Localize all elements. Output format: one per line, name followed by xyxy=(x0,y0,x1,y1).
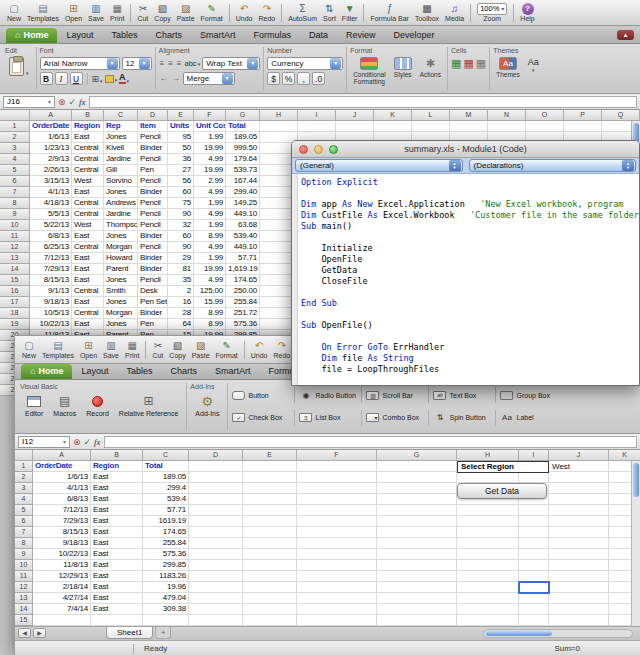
cell-a1[interactable]: OrderDate xyxy=(30,121,72,132)
cell-g5[interactable] xyxy=(377,505,457,516)
cell-j1[interactable] xyxy=(336,121,374,132)
cell-b9[interactable]: Central xyxy=(72,209,104,220)
form-control-label[interactable]: AaLabel xyxy=(496,413,562,422)
paste-button[interactable]: ▾ xyxy=(9,57,29,76)
decrease-indent-icon[interactable]: ← xyxy=(159,74,169,83)
tab-data[interactable]: Data xyxy=(300,28,337,43)
cell-g7[interactable] xyxy=(377,527,457,538)
actions-button[interactable]: ✱ Actions xyxy=(420,57,441,78)
ribbon-collapse-button[interactable]: ▴ xyxy=(617,30,634,40)
cell-a4[interactable]: 6/8/13 xyxy=(33,494,91,505)
tab-tables[interactable]: Tables xyxy=(102,28,146,43)
cell-e3[interactable]: 50 xyxy=(168,143,194,154)
cell-e18[interactable]: 28 xyxy=(168,308,194,319)
cell-c16[interactable]: Smith xyxy=(104,286,138,297)
cell-g2[interactable]: 189.05 xyxy=(226,132,260,143)
cell-g8[interactable] xyxy=(377,538,457,549)
column-header-k[interactable]: K xyxy=(609,450,640,461)
code-editor[interactable]: Option Explicit Dim app As New Excel.App… xyxy=(292,174,639,385)
cell-j10[interactable] xyxy=(549,560,609,571)
form-control-combo-box[interactable]: ▾Combo Box xyxy=(362,413,428,422)
cell-d13[interactable]: Binder xyxy=(138,253,168,264)
cell-d14[interactable] xyxy=(189,604,243,615)
cell-g11[interactable] xyxy=(377,571,457,582)
cell-g16[interactable]: 250.00 xyxy=(226,286,260,297)
cell-f9[interactable] xyxy=(297,549,377,560)
cell-e15[interactable] xyxy=(243,615,297,626)
toolbar-sort-button[interactable]: ⇅Sort xyxy=(320,0,339,25)
cell-o1[interactable] xyxy=(526,121,564,132)
cell-d9[interactable] xyxy=(189,549,243,560)
cell-f12[interactable]: 4.99 xyxy=(194,242,226,253)
row-header-8[interactable]: 8 xyxy=(15,538,33,549)
toolbar-cut-button[interactable]: ✂Cut xyxy=(149,336,166,363)
cell-j7[interactable] xyxy=(549,527,609,538)
column-header-c[interactable]: C xyxy=(104,110,138,121)
toolbar-format-button[interactable]: ✎Format xyxy=(213,336,241,363)
cell-a10[interactable]: 11/8/13 xyxy=(33,560,91,571)
cell-f13[interactable] xyxy=(297,593,377,604)
cell-f8[interactable] xyxy=(297,538,377,549)
cell-b5[interactable]: Central xyxy=(72,165,104,176)
close-icon[interactable] xyxy=(299,145,308,154)
cell-a5[interactable]: 7/12/13 xyxy=(33,505,91,516)
cell-g1[interactable] xyxy=(377,461,457,472)
toolbar-redo-button[interactable]: ↷Redo xyxy=(270,336,293,363)
cell-c8[interactable]: 255.84 xyxy=(143,538,189,549)
styles-button[interactable]: Styles xyxy=(394,57,412,78)
cell-c17[interactable]: Jones xyxy=(104,297,138,308)
cell-g13[interactable] xyxy=(377,593,457,604)
cell-g10[interactable] xyxy=(377,560,457,571)
cell-e9[interactable] xyxy=(243,549,297,560)
cell-f1[interactable] xyxy=(297,461,377,472)
cell-f10[interactable] xyxy=(297,560,377,571)
cell-e10[interactable]: 32 xyxy=(168,220,194,231)
cell-c18[interactable]: Morgan xyxy=(104,308,138,319)
cell-f12[interactable] xyxy=(297,582,377,593)
object-dropdown[interactable]: (General)▲▼ xyxy=(295,159,463,172)
cell-c15[interactable] xyxy=(143,615,189,626)
font-size-select[interactable]: 12▾ xyxy=(122,57,152,70)
cell-i13[interactable] xyxy=(519,593,549,604)
row-header-10[interactable]: 10 xyxy=(15,560,33,571)
cell-a2[interactable]: 1/6/13 xyxy=(33,472,91,483)
cell-g3[interactable] xyxy=(377,483,457,494)
cell-j13[interactable] xyxy=(549,593,609,604)
align-left-icon[interactable]: ≡ xyxy=(159,59,166,68)
cell-b18[interactable]: Central xyxy=(72,308,104,319)
row-header-19[interactable]: 19 xyxy=(0,319,30,330)
cell-i1[interactable] xyxy=(298,121,336,132)
cell-d3[interactable] xyxy=(189,483,243,494)
insert-function-icon[interactable]: fx xyxy=(94,437,101,447)
row-header-11[interactable]: 11 xyxy=(15,571,33,582)
cell-j11[interactable] xyxy=(549,571,609,582)
cell-d9[interactable]: Pencil xyxy=(138,209,168,220)
sheet-scroll-left-button[interactable]: ◀ xyxy=(18,628,31,638)
cell-d2[interactable]: Pencil xyxy=(138,132,168,143)
cell-c5[interactable]: Gill xyxy=(104,165,138,176)
tab-formulas[interactable]: Formulas xyxy=(245,28,301,43)
toolbar-redo-button[interactable]: ↷Redo xyxy=(255,0,278,25)
column-header-i[interactable]: I xyxy=(519,450,549,461)
cell-g10[interactable]: 63.68 xyxy=(226,220,260,231)
cell-f5[interactable]: 19.99 xyxy=(194,165,226,176)
cell-f14[interactable]: 19.99 xyxy=(194,264,226,275)
cell-h14[interactable] xyxy=(457,604,519,615)
row-header-17[interactable]: 17 xyxy=(0,297,30,308)
cell-a7[interactable]: 4/1/13 xyxy=(30,187,72,198)
cell-l1[interactable] xyxy=(412,121,450,132)
toolbar-print-button[interactable]: ▦Print xyxy=(107,0,127,25)
row-header-12[interactable]: 12 xyxy=(15,582,33,593)
cell-c11[interactable]: 1183.26 xyxy=(143,571,189,582)
cell-i14[interactable] xyxy=(519,604,549,615)
cell-h12[interactable] xyxy=(457,582,519,593)
cell-f17[interactable]: 15.99 xyxy=(194,297,226,308)
cell-e14[interactable]: 81 xyxy=(168,264,194,275)
cell-h6[interactable] xyxy=(457,516,519,527)
decimal-button[interactable]: .0 xyxy=(312,72,325,85)
cancel-icon[interactable]: ⊗ xyxy=(73,437,81,447)
cell-a2[interactable]: 1/6/13 xyxy=(30,132,72,143)
column-header-e[interactable]: E xyxy=(168,110,194,121)
cell-j2[interactable] xyxy=(549,472,609,483)
selected-cell-i12[interactable] xyxy=(518,581,550,594)
